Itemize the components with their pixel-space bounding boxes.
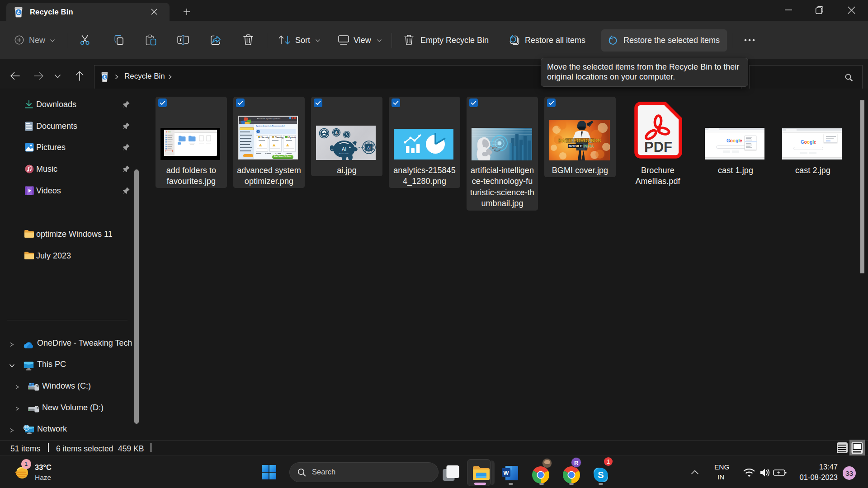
svg-text:INDIA: INDIA	[583, 144, 594, 148]
svg-text:Cleaning: Cleaning	[275, 136, 283, 139]
svg-text:W: W	[503, 469, 509, 476]
svg-text:PDF: PDF	[644, 139, 672, 155]
svg-text:S: S	[598, 470, 604, 480]
svg-text:MOBILE: MOBILE	[568, 144, 583, 148]
svg-text:Optimize: Optimize	[288, 136, 296, 139]
svg-text:AI: AI	[342, 146, 346, 152]
svg-text:BATTLEGROUNDS: BATTLEGROUNDS	[558, 138, 601, 143]
svg-text:Google: Google	[726, 138, 742, 143]
svg-text:$: $	[335, 131, 337, 135]
svg-text:ASSIST: ASSIST	[367, 149, 372, 151]
svg-text:Google: Google	[801, 140, 816, 145]
svg-text:ASSISTANT: ASSISTANT	[339, 152, 349, 155]
svg-text:i: i	[258, 130, 258, 133]
svg-text:Security: Security	[261, 136, 269, 139]
